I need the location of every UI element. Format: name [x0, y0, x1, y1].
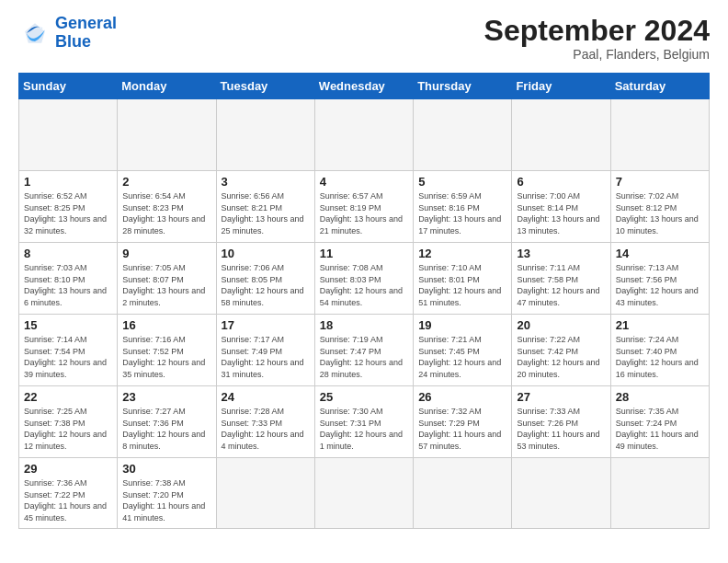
day-info: Sunrise: 7:16 AMSunset: 7:52 PMDaylight:…	[122, 334, 210, 380]
table-row	[216, 99, 314, 171]
day-number: 11	[320, 247, 408, 260]
day-info: Sunrise: 7:02 AMSunset: 8:12 PMDaylight:…	[616, 190, 704, 236]
day-number: 12	[418, 247, 506, 260]
table-row: 8Sunrise: 7:03 AMSunset: 8:10 PMDaylight…	[19, 243, 118, 315]
table-row: 14Sunrise: 7:13 AMSunset: 7:56 PMDayligh…	[610, 243, 709, 315]
table-row: 20Sunrise: 7:22 AMSunset: 7:42 PMDayligh…	[512, 315, 610, 386]
day-info: Sunrise: 7:24 AMSunset: 7:40 PMDaylight:…	[616, 334, 704, 380]
day-number: 28	[616, 390, 704, 404]
table-row: 28Sunrise: 7:35 AMSunset: 7:24 PMDayligh…	[610, 386, 709, 458]
day-info: Sunrise: 7:38 AMSunset: 7:20 PMDaylight:…	[122, 477, 210, 523]
day-info: Sunrise: 7:05 AMSunset: 8:07 PMDaylight:…	[122, 262, 210, 308]
day-info: Sunrise: 7:08 AMSunset: 8:03 PMDaylight:…	[320, 262, 408, 308]
day-info: Sunrise: 7:14 AMSunset: 7:54 PMDaylight:…	[24, 334, 112, 380]
logo-blue: Blue	[55, 32, 91, 51]
table-row	[414, 99, 512, 171]
day-number: 20	[517, 318, 605, 332]
table-row: 12Sunrise: 7:10 AMSunset: 8:01 PMDayligh…	[414, 243, 512, 315]
col-sunday: Sunday	[19, 74, 118, 99]
day-info: Sunrise: 7:10 AMSunset: 8:01 PMDaylight:…	[418, 262, 506, 308]
table-row: 17Sunrise: 7:17 AMSunset: 7:49 PMDayligh…	[216, 315, 314, 386]
day-info: Sunrise: 7:22 AMSunset: 7:42 PMDaylight:…	[517, 334, 605, 380]
col-thursday: Thursday	[414, 74, 512, 99]
table-row	[512, 99, 610, 171]
day-number: 9	[122, 247, 210, 260]
col-wednesday: Wednesday	[314, 74, 413, 99]
day-number: 6	[517, 175, 605, 189]
logo-icon	[18, 17, 51, 50]
location: Paal, Flanders, Belgium	[484, 47, 710, 62]
table-row	[19, 99, 118, 171]
table-row: 27Sunrise: 7:33 AMSunset: 7:26 PMDayligh…	[512, 386, 610, 458]
day-info: Sunrise: 7:35 AMSunset: 7:24 PMDaylight:…	[616, 406, 704, 452]
logo: General Blue	[18, 15, 117, 52]
day-info: Sunrise: 6:57 AMSunset: 8:19 PMDaylight:…	[320, 190, 408, 236]
day-info: Sunrise: 7:11 AMSunset: 7:58 PMDaylight:…	[517, 262, 605, 308]
day-info: Sunrise: 7:17 AMSunset: 7:49 PMDaylight:…	[222, 334, 310, 380]
logo-text: General Blue	[55, 15, 117, 52]
table-row	[314, 99, 413, 171]
day-info: Sunrise: 7:30 AMSunset: 7:31 PMDaylight:…	[320, 406, 408, 452]
table-row: 30Sunrise: 7:38 AMSunset: 7:20 PMDayligh…	[118, 458, 216, 528]
col-saturday: Saturday	[610, 74, 709, 99]
day-info: Sunrise: 7:19 AMSunset: 7:47 PMDaylight:…	[320, 334, 408, 380]
day-info: Sunrise: 7:03 AMSunset: 8:10 PMDaylight:…	[24, 262, 112, 308]
calendar: Sunday Monday Tuesday Wednesday Thursday…	[18, 73, 710, 528]
day-number: 7	[616, 175, 704, 189]
day-info: Sunrise: 7:00 AMSunset: 8:14 PMDaylight:…	[517, 190, 605, 236]
table-row: 16Sunrise: 7:16 AMSunset: 7:52 PMDayligh…	[118, 315, 216, 386]
table-row: 9Sunrise: 7:05 AMSunset: 8:07 PMDaylight…	[118, 243, 216, 315]
header: General Blue September 2024 Paal, Flande…	[18, 15, 710, 62]
table-row	[610, 99, 709, 171]
month-title: September 2024	[484, 15, 710, 47]
day-number: 4	[320, 175, 408, 189]
col-friday: Friday	[512, 74, 610, 99]
day-number: 10	[222, 247, 310, 260]
table-row: 25Sunrise: 7:30 AMSunset: 7:31 PMDayligh…	[314, 386, 413, 458]
weekday-header-row: Sunday Monday Tuesday Wednesday Thursday…	[19, 74, 710, 99]
table-row: 11Sunrise: 7:08 AMSunset: 8:03 PMDayligh…	[314, 243, 413, 315]
day-number: 8	[24, 247, 112, 260]
table-row: 2Sunrise: 6:54 AMSunset: 8:23 PMDaylight…	[118, 171, 216, 243]
table-row: 21Sunrise: 7:24 AMSunset: 7:40 PMDayligh…	[610, 315, 709, 386]
table-row: 19Sunrise: 7:21 AMSunset: 7:45 PMDayligh…	[414, 315, 512, 386]
table-row: 5Sunrise: 6:59 AMSunset: 8:16 PMDaylight…	[414, 171, 512, 243]
table-row: 4Sunrise: 6:57 AMSunset: 8:19 PMDaylight…	[314, 171, 413, 243]
page: General Blue September 2024 Paal, Flande…	[0, 0, 728, 538]
day-number: 21	[616, 318, 704, 332]
table-row: 10Sunrise: 7:06 AMSunset: 8:05 PMDayligh…	[216, 243, 314, 315]
table-row	[610, 458, 709, 528]
col-tuesday: Tuesday	[216, 74, 314, 99]
day-number: 1	[24, 175, 112, 189]
col-monday: Monday	[118, 74, 216, 99]
day-number: 5	[418, 175, 506, 189]
table-row	[314, 458, 413, 528]
day-number: 23	[122, 390, 210, 404]
day-info: Sunrise: 6:54 AMSunset: 8:23 PMDaylight:…	[122, 190, 210, 236]
day-info: Sunrise: 7:36 AMSunset: 7:22 PMDaylight:…	[24, 477, 112, 523]
day-info: Sunrise: 7:28 AMSunset: 7:33 PMDaylight:…	[222, 406, 310, 452]
table-row: 13Sunrise: 7:11 AMSunset: 7:58 PMDayligh…	[512, 243, 610, 315]
day-number: 17	[222, 318, 310, 332]
day-info: Sunrise: 7:13 AMSunset: 7:56 PMDaylight:…	[616, 262, 704, 308]
day-number: 2	[122, 175, 210, 189]
table-row	[512, 458, 610, 528]
table-row: 18Sunrise: 7:19 AMSunset: 7:47 PMDayligh…	[314, 315, 413, 386]
table-row: 22Sunrise: 7:25 AMSunset: 7:38 PMDayligh…	[19, 386, 118, 458]
day-number: 30	[122, 462, 210, 476]
table-row: 15Sunrise: 7:14 AMSunset: 7:54 PMDayligh…	[19, 315, 118, 386]
table-row: 26Sunrise: 7:32 AMSunset: 7:29 PMDayligh…	[414, 386, 512, 458]
day-number: 13	[517, 247, 605, 260]
day-info: Sunrise: 6:52 AMSunset: 8:25 PMDaylight:…	[24, 190, 112, 236]
day-info: Sunrise: 7:32 AMSunset: 7:29 PMDaylight:…	[418, 406, 506, 452]
day-info: Sunrise: 7:21 AMSunset: 7:45 PMDaylight:…	[418, 334, 506, 380]
day-info: Sunrise: 7:27 AMSunset: 7:36 PMDaylight:…	[122, 406, 210, 452]
title-section: September 2024 Paal, Flanders, Belgium	[484, 15, 710, 62]
table-row	[118, 99, 216, 171]
day-number: 16	[122, 318, 210, 332]
day-info: Sunrise: 6:59 AMSunset: 8:16 PMDaylight:…	[418, 190, 506, 236]
table-row: 1Sunrise: 6:52 AMSunset: 8:25 PMDaylight…	[19, 171, 118, 243]
day-number: 26	[418, 390, 506, 404]
day-number: 14	[616, 247, 704, 260]
day-number: 24	[222, 390, 310, 404]
